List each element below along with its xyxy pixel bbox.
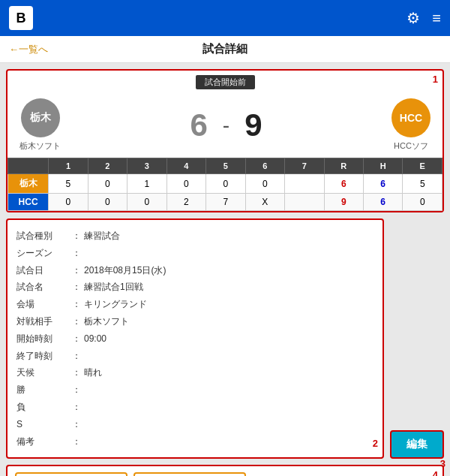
score-center: 6 - 9 bbox=[190, 110, 262, 141]
status-tag: 試合開始前 bbox=[196, 75, 255, 89]
away-team-name: HCCソフ bbox=[394, 140, 428, 152]
away-inn-5: 7 bbox=[206, 194, 245, 211]
score-row: 栃木 栃木ソフト 6 - 9 HCC HCCソフ bbox=[8, 92, 442, 158]
away-score: 9 bbox=[244, 110, 262, 141]
away-inn-2: 0 bbox=[88, 194, 127, 211]
app-logo: B bbox=[9, 6, 33, 30]
label-save: S bbox=[16, 416, 69, 433]
value-date: 2018年08月15日(水) bbox=[84, 262, 166, 279]
col-h: H bbox=[363, 158, 402, 174]
away-h: 6 bbox=[363, 194, 402, 211]
detail-name: 試合名 ： 練習試合1回戦 bbox=[16, 279, 374, 296]
label-name: 試合名 bbox=[16, 279, 69, 296]
label-venue: 会場 bbox=[16, 296, 69, 313]
home-inn-3: 1 bbox=[128, 174, 166, 194]
away-team-cell: HCC bbox=[8, 194, 49, 211]
scoreboard-section: 1 試合開始前 栃木 栃木ソフト 6 - 9 HCC HCCソフ bbox=[6, 69, 444, 212]
col-6: 6 bbox=[245, 158, 284, 174]
main-content: 1 試合開始前 栃木 栃木ソフト 6 - 9 HCC HCCソフ bbox=[0, 63, 450, 476]
score-separator: - bbox=[223, 113, 230, 137]
away-inn-1: 0 bbox=[49, 194, 88, 211]
detail-type: 試合種別 ： 練習試合 bbox=[16, 227, 374, 245]
back-link[interactable]: ←一覧へ bbox=[9, 43, 48, 56]
home-e: 5 bbox=[403, 174, 442, 194]
detail-save: S ： bbox=[16, 416, 374, 433]
away-inn-6: X bbox=[245, 194, 284, 211]
label-start: 開始時刻 bbox=[16, 330, 69, 348]
away-inn-3: 0 bbox=[128, 194, 166, 211]
settings-icon[interactable]: ⚙ bbox=[406, 9, 420, 27]
edit-section: 編集 3 bbox=[390, 430, 444, 459]
col-5: 5 bbox=[206, 158, 245, 174]
detail-opponent: 対戦相手 ： 栃木ソフト bbox=[16, 313, 374, 330]
home-team: 栃木 栃木ソフト bbox=[20, 98, 61, 152]
home-member-button[interactable]: 栃木 先発メンバー登録 bbox=[15, 472, 128, 476]
value-name: 練習試合1回戦 bbox=[84, 279, 143, 296]
col-r: R bbox=[324, 158, 363, 174]
col-4: 4 bbox=[166, 158, 206, 174]
detail-end: 終了時刻 ： bbox=[16, 348, 374, 365]
detail-note: 備考 ： bbox=[16, 433, 374, 450]
detail-date: 試合日 ： 2018年08月15日(水) bbox=[16, 262, 374, 279]
status-badge-area: 試合開始前 bbox=[8, 71, 442, 92]
detail-start: 開始時刻 ： 09:00 bbox=[16, 330, 374, 348]
col-2: 2 bbox=[88, 158, 127, 174]
details-row: 試合種別 ： 練習試合 シーズン ： 試合日 ： 2018年08月15日(水) … bbox=[6, 218, 444, 459]
header-icons: ⚙ ≡ bbox=[406, 9, 441, 27]
away-inn-4: 2 bbox=[166, 194, 206, 211]
label-opponent: 対戦相手 bbox=[16, 313, 69, 330]
menu-icon[interactable]: ≡ bbox=[432, 10, 441, 27]
col-e: E bbox=[403, 158, 442, 174]
home-team-badge: 栃木 bbox=[21, 98, 60, 137]
label-win: 勝 bbox=[16, 381, 69, 399]
member-section: 栃木 先発メンバー登録 HCC 先発メンバー登録 4 bbox=[6, 465, 444, 476]
detail-weather: 天候 ： 晴れ bbox=[16, 364, 374, 381]
label-date: 試合日 bbox=[16, 262, 69, 279]
home-inn-2: 0 bbox=[88, 174, 127, 194]
section-1-badge: 1 bbox=[433, 74, 438, 85]
detail-season: シーズン ： bbox=[16, 245, 374, 262]
col-team bbox=[8, 158, 49, 174]
col-7: 7 bbox=[285, 158, 324, 174]
value-weather: 晴れ bbox=[84, 364, 102, 381]
home-inn-4: 0 bbox=[166, 174, 206, 194]
breadcrumb-bar: ←一覧へ 試合詳細 bbox=[0, 36, 450, 63]
home-team-name: 栃木ソフト bbox=[20, 140, 61, 152]
section-4-badge: 4 bbox=[433, 469, 438, 476]
col-3: 3 bbox=[128, 158, 166, 174]
away-e: 0 bbox=[403, 194, 442, 211]
home-team-cell: 栃木 bbox=[8, 174, 49, 194]
label-season: シーズン bbox=[16, 245, 69, 262]
right-side: 編集 3 bbox=[390, 218, 444, 459]
value-type: 練習試合 bbox=[84, 227, 120, 245]
home-r: 6 bbox=[324, 174, 363, 194]
edit-button[interactable]: 編集 bbox=[390, 430, 444, 459]
home-inn-6: 0 bbox=[245, 174, 284, 194]
label-lose: 負 bbox=[16, 399, 69, 416]
away-member-button[interactable]: HCC 先発メンバー登録 bbox=[134, 472, 246, 476]
header: B ⚙ ≡ bbox=[0, 0, 450, 36]
label-weather: 天候 bbox=[16, 364, 69, 381]
label-type: 試合種別 bbox=[16, 227, 69, 245]
match-details-section: 試合種別 ： 練習試合 シーズン ： 試合日 ： 2018年08月15日(水) … bbox=[6, 218, 384, 459]
away-team: HCC HCCソフ bbox=[392, 98, 430, 152]
col-1: 1 bbox=[49, 158, 88, 174]
home-inn-7 bbox=[285, 174, 324, 194]
detail-lose: 負 ： bbox=[16, 399, 374, 416]
label-end: 終了時刻 bbox=[16, 348, 69, 365]
away-team-badge: HCC bbox=[392, 98, 430, 137]
home-innings-row: 栃木 5 0 1 0 0 0 6 6 5 bbox=[8, 174, 442, 194]
home-inn-5: 0 bbox=[206, 174, 245, 194]
home-h: 6 bbox=[363, 174, 402, 194]
detail-venue: 会場 ： キリングランド bbox=[16, 296, 374, 313]
home-inn-1: 5 bbox=[49, 174, 88, 194]
page-title: 試合詳細 bbox=[202, 42, 248, 56]
away-inn-7 bbox=[285, 194, 324, 211]
value-start: 09:00 bbox=[84, 330, 106, 348]
away-innings-row: HCC 0 0 0 2 7 X 9 6 0 bbox=[8, 194, 442, 211]
away-r: 9 bbox=[324, 194, 363, 211]
section-2-badge: 2 bbox=[373, 435, 378, 453]
detail-win: 勝 ： bbox=[16, 381, 374, 399]
value-opponent: 栃木ソフト bbox=[84, 313, 129, 330]
home-score: 6 bbox=[190, 110, 207, 141]
